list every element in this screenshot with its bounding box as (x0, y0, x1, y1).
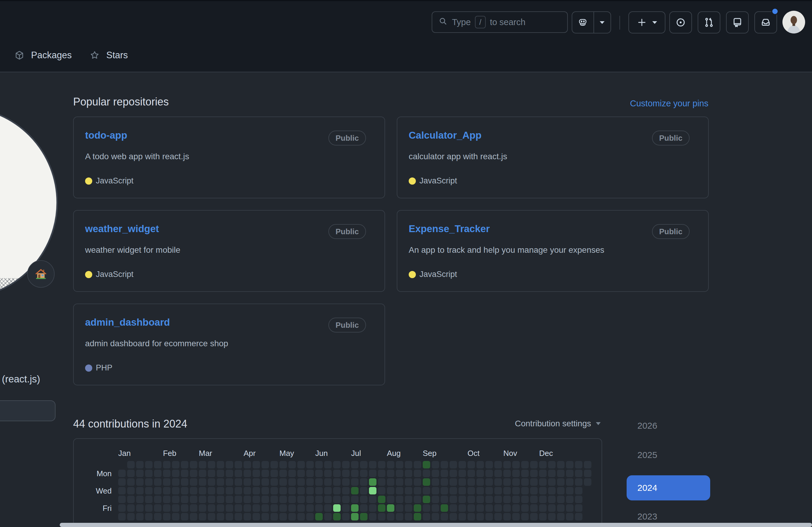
contribution-cell[interactable] (163, 478, 171, 486)
contribution-cell[interactable] (467, 513, 475, 521)
contribution-cell[interactable] (190, 478, 197, 486)
contribution-cell[interactable] (521, 487, 529, 495)
contribution-cell[interactable] (414, 461, 421, 468)
contribution-cell[interactable] (396, 470, 403, 477)
contribution-cell[interactable] (136, 487, 144, 495)
contribution-cell[interactable] (441, 513, 448, 521)
contribution-cell[interactable] (288, 470, 296, 477)
contribution-cell[interactable] (306, 487, 314, 495)
contribution-cell[interactable] (512, 470, 520, 477)
contribution-cell[interactable] (252, 504, 260, 512)
contribution-cell[interactable] (324, 461, 332, 468)
contribution-cell[interactable] (118, 470, 126, 477)
contribution-cell[interactable] (432, 478, 439, 486)
contribution-cell[interactable] (208, 461, 215, 468)
contribution-cell[interactable] (423, 487, 430, 495)
contribution-cell[interactable] (476, 496, 484, 503)
contribution-cell[interactable] (261, 461, 269, 468)
contribution-cell[interactable] (414, 513, 421, 521)
contribution-cell[interactable] (252, 470, 260, 477)
contribution-cell[interactable] (181, 470, 188, 477)
contribution-cell[interactable] (244, 461, 251, 468)
contribution-cell[interactable] (459, 478, 466, 486)
contribution-cell[interactable] (423, 461, 430, 468)
contribution-cell[interactable] (441, 461, 448, 468)
status-emoji-badge[interactable] (27, 260, 55, 288)
contribution-cell[interactable] (450, 496, 457, 503)
contribution-cell[interactable] (387, 478, 394, 486)
contribution-cell[interactable] (548, 470, 555, 477)
contribution-cell[interactable] (503, 461, 511, 468)
contribution-cell[interactable] (467, 478, 475, 486)
contribution-cell[interactable] (494, 461, 502, 468)
contribution-cell[interactable] (217, 513, 224, 521)
contribution-cell[interactable] (459, 496, 466, 503)
contribution-cell[interactable] (485, 487, 493, 495)
contribution-cell[interactable] (575, 504, 582, 512)
contribution-cell[interactable] (432, 504, 439, 512)
contribution-cell[interactable] (396, 478, 403, 486)
contribution-cell[interactable] (575, 487, 582, 495)
contribution-cell[interactable] (145, 478, 153, 486)
contribution-cell[interactable] (378, 487, 386, 495)
contribution-cell[interactable] (333, 478, 340, 486)
contribution-cell[interactable] (324, 470, 332, 477)
contribution-cell[interactable] (557, 478, 565, 486)
contribution-cell[interactable] (476, 478, 484, 486)
contribution-cell[interactable] (333, 470, 340, 477)
contribution-cell[interactable] (333, 487, 340, 495)
contribution-cell[interactable] (279, 470, 287, 477)
contribution-cell[interactable] (548, 461, 555, 468)
contribution-cell[interactable] (279, 478, 287, 486)
contribution-cell[interactable] (136, 470, 144, 477)
contribution-cell[interactable] (271, 487, 278, 495)
contribution-cell[interactable] (288, 487, 296, 495)
contribution-cell[interactable] (557, 504, 565, 512)
contribution-cell[interactable] (199, 461, 206, 468)
contribution-cell[interactable] (208, 478, 215, 486)
contribution-cell[interactable] (252, 478, 260, 486)
contribution-cell[interactable] (306, 461, 314, 468)
contribution-cell[interactable] (494, 478, 502, 486)
contribution-cell[interactable] (351, 496, 359, 503)
contribution-cell[interactable] (423, 513, 430, 521)
contribution-cell[interactable] (485, 470, 493, 477)
contribution-cell[interactable] (163, 513, 171, 521)
contribution-cell[interactable] (557, 487, 565, 495)
contribution-cell[interactable] (369, 496, 376, 503)
contribution-cell[interactable] (181, 461, 188, 468)
contribution-cell[interactable] (378, 496, 386, 503)
issues-button[interactable] (669, 11, 692, 33)
contribution-cell[interactable] (530, 478, 538, 486)
contribution-cell[interactable] (378, 504, 386, 512)
contribution-cell[interactable] (306, 496, 314, 503)
contribution-cell[interactable] (351, 487, 359, 495)
contribution-cell[interactable] (530, 461, 538, 468)
contribution-cell[interactable] (136, 496, 144, 503)
contribution-cell[interactable] (387, 496, 394, 503)
repo-link[interactable]: admin_dashboard (85, 317, 170, 328)
contribution-cell[interactable] (306, 478, 314, 486)
contribution-cell[interactable] (315, 461, 323, 468)
contribution-cell[interactable] (145, 487, 153, 495)
contribution-cell[interactable] (226, 496, 233, 503)
contribution-cell[interactable] (298, 478, 305, 486)
contribution-cell[interactable] (539, 470, 547, 477)
contribution-cell[interactable] (539, 504, 547, 512)
contribution-cell[interactable] (154, 478, 161, 486)
contribution-cell[interactable] (315, 513, 323, 521)
contribution-cell[interactable] (405, 513, 412, 521)
contribution-cell[interactable] (288, 478, 296, 486)
contribution-cell[interactable] (351, 461, 359, 468)
contribution-cell[interactable] (163, 487, 171, 495)
contribution-cell[interactable] (342, 487, 350, 495)
contribution-cell[interactable] (485, 461, 493, 468)
journal-button[interactable] (726, 11, 749, 33)
contribution-cell[interactable] (235, 504, 242, 512)
contribution-cell[interactable] (261, 504, 269, 512)
contribution-cell[interactable] (494, 496, 502, 503)
contribution-cell[interactable] (387, 461, 394, 468)
contribution-cell[interactable] (467, 496, 475, 503)
contribution-cell[interactable] (315, 487, 323, 495)
contribution-cell[interactable] (360, 513, 367, 521)
